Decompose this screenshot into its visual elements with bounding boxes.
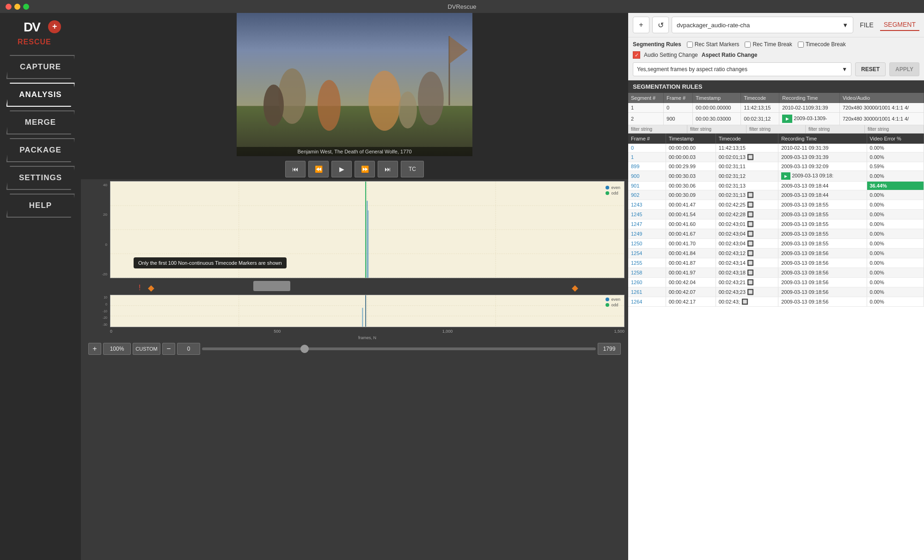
cell-rectime: 2009-03-13 09:18:56	[778, 297, 867, 307]
rec-time-checkbox[interactable]	[745, 42, 751, 48]
zoom-controls: + 100% CUSTOM − 0 1799	[85, 341, 624, 357]
cell-rectime: 2009-03-13 09:18:55	[778, 210, 867, 219]
zoom-plus-button[interactable]: +	[88, 343, 101, 355]
svg-text:+: +	[52, 22, 57, 31]
list-item: 1264 00:00:42.17 00:02:43; 🔲 2009-03-13 …	[628, 297, 924, 307]
sidebar-item-merge[interactable]: MERGE	[6, 110, 75, 134]
timecode-checkbox[interactable]	[798, 42, 804, 48]
file-selector[interactable]: dvpackager_audio-rate-cha ▼	[672, 17, 853, 33]
timecode-checkbox-label[interactable]: Timecode Break	[798, 41, 846, 48]
custom-zoom-button[interactable]: CUSTOM	[133, 343, 160, 355]
audio-legend: even odd	[606, 297, 620, 307]
cell-rectime: 2009-03-13 09:18:55	[778, 239, 867, 249]
apply-button[interactable]: APPLY	[889, 62, 919, 76]
frame-link[interactable]: 1243	[631, 202, 642, 207]
refresh-button[interactable]: ↺	[652, 17, 669, 33]
reset-button[interactable]: RESET	[855, 62, 886, 76]
seg-cell-frame: 0	[664, 103, 693, 113]
seg-col-video: Video/Audio	[839, 93, 924, 103]
zoom-minus-button[interactable]: −	[162, 343, 175, 355]
cell-frame: 1247	[628, 219, 666, 229]
cell-rectime: 2009-03-13 09:18:55	[778, 219, 867, 229]
cell-timecode: 00:02:31;12	[716, 171, 778, 182]
zoom-slider-thumb[interactable]	[300, 345, 309, 353]
scroll-thumb[interactable]	[253, 281, 290, 291]
rec-start-checkbox-label[interactable]: Rec Start Markers	[687, 41, 740, 48]
seg-play-button[interactable]: ▶	[782, 115, 792, 123]
audio-graph	[110, 295, 624, 327]
sidebar-item-help[interactable]: HELP	[6, 194, 75, 218]
frame-link[interactable]: 1264	[631, 299, 642, 304]
col-frame: Frame #	[628, 134, 666, 144]
cell-error: 0.00%	[867, 210, 924, 219]
table-row: 2 900 00:00:30.03000 00:02:31;12 ▶ 2009-…	[628, 113, 924, 125]
cell-frame: 902	[628, 190, 666, 200]
list-item: 1249 00:00:41.67 00:02:43;04 🔲 2009-03-1…	[628, 229, 924, 239]
maximize-btn[interactable]	[23, 4, 29, 10]
play-button[interactable]: ▶	[331, 161, 352, 177]
col-rectime: Recording Time	[778, 134, 867, 144]
cell-frame: 1255	[628, 258, 666, 268]
cell-timestamp: 00:00:00.03	[666, 152, 716, 162]
tc-button[interactable]: TC	[401, 161, 424, 177]
cell-rectime: 2009-03-13 09:18:44	[778, 182, 867, 190]
sidebar-item-package[interactable]: PACKAGE	[6, 138, 75, 162]
audio-setting-checkbox[interactable]: ✓	[633, 51, 640, 59]
close-btn[interactable]	[6, 4, 12, 10]
rec-time-checkbox-label[interactable]: Rec Time Break	[745, 41, 792, 48]
frame-link[interactable]: 1258	[631, 270, 642, 275]
zoom-slider[interactable]	[202, 347, 596, 350]
cell-error: 0.00%	[867, 278, 924, 287]
frame-max: 1799	[598, 343, 621, 355]
frame-link[interactable]: 901	[631, 183, 639, 189]
cell-frame: 1260	[628, 278, 666, 287]
cell-error: 0.00%	[867, 219, 924, 229]
frame-link[interactable]: 900	[631, 173, 639, 179]
row-play-button[interactable]: ▶	[781, 172, 790, 180]
list-item: 900 00:00:30.03 00:02:31;12 ▶ 2009-03-13…	[628, 171, 924, 182]
seg-col-frame: Frame #	[664, 93, 693, 103]
frame-link[interactable]: 1260	[631, 280, 642, 285]
cell-frame: 901	[628, 182, 666, 190]
tab-segment[interactable]: SEGMENT	[880, 19, 919, 31]
cell-timecode: 11:42:13;15	[716, 144, 778, 152]
frame-link[interactable]: 1247	[631, 221, 642, 227]
aspect-dropdown[interactable]: Yes,segment frames by aspect ratio chang…	[633, 62, 851, 76]
sidebar-item-settings[interactable]: SETTINGS	[6, 166, 75, 190]
frame-link[interactable]: 899	[631, 164, 639, 169]
skip-forward-button[interactable]: ⏭	[378, 161, 398, 177]
x-axis-label: frames, N	[110, 335, 624, 340]
cell-timestamp: 00:00:41.84	[666, 249, 716, 258]
rewind-button[interactable]: ⏪	[308, 161, 329, 177]
data-table-wrapper[interactable]: Frame # Timestamp Timecode Recording Tim…	[628, 134, 924, 560]
frame-link[interactable]: 1249	[631, 231, 642, 237]
cell-timestamp: 00:00:41.87	[666, 258, 716, 268]
tab-file[interactable]: FILE	[856, 19, 877, 30]
frame-link[interactable]: 1254	[631, 250, 642, 256]
cell-timestamp: 00:00:30.03	[666, 171, 716, 182]
frame-link[interactable]: 1261	[631, 289, 642, 295]
sidebar-item-capture[interactable]: CAPTURE	[6, 55, 75, 79]
frame-link[interactable]: 1245	[631, 212, 642, 217]
fast-forward-button[interactable]: ⏩	[355, 161, 375, 177]
seg-cell-rectime: ▶ 2009-03-1309-	[779, 113, 840, 125]
frame-position: 0	[177, 343, 200, 355]
minimize-btn[interactable]	[14, 4, 20, 10]
graph-tooltip: Only the first 100 Non-continuous Timeco…	[134, 257, 287, 268]
frame-link[interactable]: 1	[631, 154, 634, 160]
timecode-icon: 🔲	[747, 250, 754, 256]
cell-timestamp: 00:00:41.97	[666, 268, 716, 278]
frame-link[interactable]: 1255	[631, 260, 642, 266]
add-button[interactable]: +	[633, 17, 649, 33]
frame-link[interactable]: 1250	[631, 241, 642, 246]
cell-timestamp: 00:00:30.06	[666, 182, 716, 190]
sidebar-item-analysis[interactable]: ANALYSIS	[6, 83, 75, 107]
cell-timecode: 00:02:43;23 🔲	[716, 287, 778, 297]
timecode-icon: 🔲	[747, 154, 754, 160]
skip-back-button[interactable]: ⏮	[285, 161, 306, 177]
cell-timecode: 00:02:43;14 🔲	[716, 258, 778, 268]
rec-start-checkbox[interactable]	[687, 42, 693, 48]
frame-link[interactable]: 0	[631, 145, 634, 151]
cell-frame: 1250	[628, 239, 666, 249]
frame-link[interactable]: 902	[631, 192, 639, 198]
